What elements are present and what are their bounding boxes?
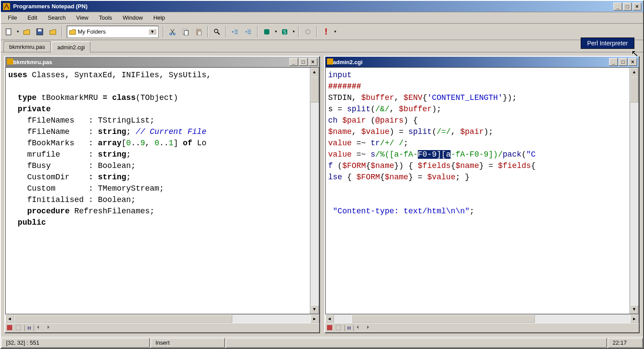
child-titlebar[interactable]: bkmrkmru.pas _ □ ×	[5, 57, 319, 67]
mdi-area: bkmrkmru.pas _ □ × uses Classes, SyntaxE…	[1, 52, 643, 337]
scroll-left-button[interactable]: ◄	[325, 315, 334, 323]
svg-rect-3	[38, 29, 41, 31]
toolbar: ▼ My Folders ▼	[1, 24, 643, 40]
titlebar-text: Programmers Notepad (PN)	[13, 3, 613, 10]
child-close-button[interactable]: ×	[309, 58, 317, 66]
code-editor[interactable]: uses Classes, SyntaxEd, INIFiles, SysUti…	[6, 68, 310, 314]
run-button[interactable]: !	[320, 26, 332, 38]
svg-point-5	[173, 33, 175, 35]
menu-tools[interactable]: Tools	[95, 13, 117, 22]
menu-edit[interactable]: Edit	[23, 13, 41, 22]
folder-combo-dropdown[interactable]: ▼	[148, 29, 156, 34]
child-title-text: admin2.cgi	[333, 59, 610, 65]
scroll-up-button[interactable]: ▲	[630, 68, 638, 76]
scroll-track[interactable]	[14, 315, 310, 323]
child-window-perl: admin2.cgi _ □ × input ####### STDIN, $b…	[324, 56, 640, 333]
cut-button[interactable]	[166, 26, 179, 38]
svg-rect-7	[184, 31, 188, 35]
file-icon	[327, 58, 333, 66]
titlebar[interactable]: Programmers Notepad (PN) _ □ ×	[1, 1, 643, 12]
scroll-track[interactable]	[630, 76, 638, 305]
scroll-thumb[interactable]	[310, 76, 319, 103]
scroll-track[interactable]	[310, 76, 319, 305]
new-dropdown-icon[interactable]: ▼	[16, 30, 20, 34]
vertical-scrollbar[interactable]: ▲ ▼	[310, 68, 319, 314]
scroll-left-button[interactable]: ◄	[5, 315, 14, 323]
scroll-thumb[interactable]	[630, 76, 638, 103]
svg-rect-9	[198, 31, 201, 35]
toolbar-separator	[226, 26, 227, 38]
scroll-track[interactable]	[334, 315, 630, 323]
child-minimize-button[interactable]: _	[609, 58, 618, 66]
minimize-button[interactable]: _	[613, 3, 622, 10]
close-button[interactable]: ×	[633, 3, 641, 10]
toolbar-separator	[298, 26, 299, 38]
status-icon-4	[45, 325, 52, 331]
main-window: Programmers Notepad (PN) _ □ × File Edit…	[0, 0, 644, 349]
scroll-thumb[interactable]	[14, 315, 232, 323]
maximize-button[interactable]: □	[623, 3, 632, 10]
tooltip-perl-interpreter: Perl Interpreter	[581, 38, 634, 49]
vertical-scrollbar[interactable]: ▲ ▼	[630, 68, 638, 314]
scroll-right-button[interactable]: ►	[630, 315, 639, 323]
child-statusbar: H	[325, 323, 639, 332]
scroll-right-button[interactable]: ►	[310, 315, 319, 323]
open-file-button[interactable]	[21, 26, 33, 38]
svg-line-11	[217, 32, 220, 34]
settings-button[interactable]	[302, 26, 314, 38]
status-icon-3	[37, 325, 43, 331]
svg-rect-22	[7, 58, 13, 65]
paste-button[interactable]	[193, 26, 205, 38]
child-window-pascal: bkmrkmru.pas _ □ × uses Classes, SyntaxE…	[4, 56, 320, 333]
svg-rect-26	[327, 325, 332, 330]
folder-combo[interactable]: My Folders ▼	[67, 26, 158, 38]
scroll-up-button[interactable]: ▲	[310, 68, 319, 76]
menu-window[interactable]: Window	[118, 13, 147, 22]
find-button[interactable]	[211, 26, 223, 38]
scroll-down-button[interactable]: ▼	[630, 305, 638, 314]
svg-rect-24	[16, 325, 21, 330]
style2-button[interactable]: S	[279, 26, 291, 38]
style2-dropdown-icon[interactable]: ▼	[292, 30, 296, 34]
code-editor[interactable]: input ####### STDIN, $buffer, $ENV{'CONT…	[326, 68, 630, 314]
menu-view[interactable]: View	[72, 13, 93, 22]
child-title-text: bkmrkmru.pas	[13, 59, 289, 65]
app-icon	[3, 3, 10, 10]
folder-button[interactable]	[47, 26, 59, 38]
svg-rect-18	[264, 29, 269, 34]
toolbar-separator	[207, 26, 208, 38]
scroll-down-button[interactable]: ▼	[310, 305, 319, 314]
outdent-button[interactable]	[242, 26, 255, 38]
svg-point-4	[169, 33, 172, 35]
svg-point-21	[306, 30, 310, 34]
style1-dropdown-icon[interactable]: ▼	[274, 30, 278, 34]
child-maximize-button[interactable]: □	[619, 58, 627, 66]
editor-wrap: input ####### STDIN, $buffer, $ENV{'CONT…	[325, 67, 639, 314]
child-statusbar: H	[5, 323, 319, 332]
menu-file[interactable]: File	[3, 13, 21, 22]
tab-admin2[interactable]: admin2.cgi	[52, 41, 90, 52]
new-file-button[interactable]	[3, 26, 15, 38]
status-empty	[226, 338, 607, 348]
child-minimize-button[interactable]: _	[289, 58, 298, 66]
run-dropdown-icon[interactable]: ▼	[334, 30, 337, 34]
cursor-icon: ↖	[631, 48, 639, 59]
toolbar-separator	[317, 26, 317, 38]
scroll-thumb[interactable]	[351, 315, 535, 323]
status-icon-3	[356, 325, 362, 331]
status-mode: Insert	[151, 338, 225, 348]
horizontal-scrollbar[interactable]: ◄ ►	[5, 314, 319, 323]
tab-bkmrkmru[interactable]: bkmrkmru.pas	[3, 41, 51, 52]
svg-rect-25	[327, 58, 333, 65]
child-maximize-button[interactable]: □	[299, 58, 308, 66]
indent-button[interactable]	[229, 26, 241, 38]
style1-button[interactable]	[261, 26, 273, 38]
horizontal-scrollbar[interactable]: ◄ ►	[325, 314, 639, 323]
svg-rect-23	[7, 325, 12, 330]
save-button[interactable]	[34, 26, 46, 38]
file-icon	[7, 58, 13, 66]
copy-button[interactable]	[179, 26, 192, 38]
child-titlebar[interactable]: admin2.cgi _ □ ×	[325, 57, 639, 67]
menu-help[interactable]: Help	[149, 13, 169, 22]
menu-search[interactable]: Search	[43, 13, 70, 22]
